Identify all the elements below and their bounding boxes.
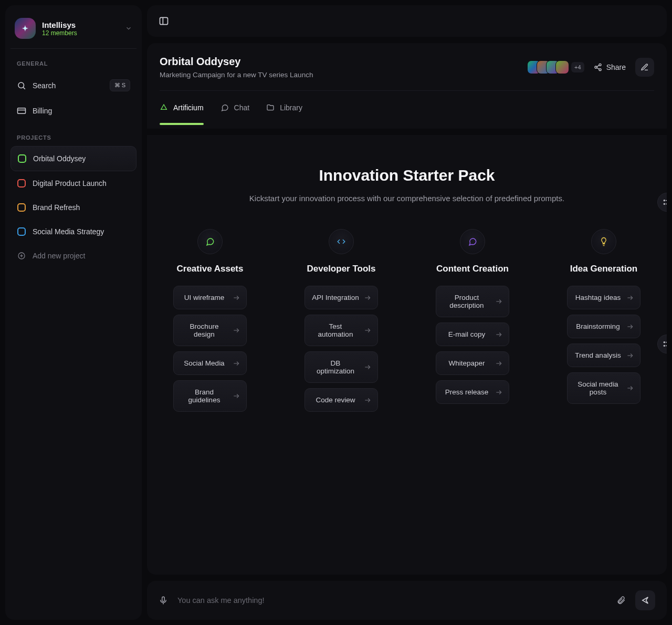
chip-label: Whitepaper: [443, 359, 491, 367]
arrow-right-icon: [233, 294, 240, 301]
arrow-right-icon: [364, 363, 371, 371]
svg-rect-7: [160, 17, 168, 24]
nav-search[interactable]: Search ⌘ S: [10, 72, 136, 99]
float-options-button[interactable]: [657, 193, 667, 212]
content-area: Innovation Starter Pack Kickstart your i…: [147, 135, 667, 575]
page-title: Orbital Oddysey: [160, 56, 313, 68]
arrow-right-icon: [364, 294, 371, 301]
arrow-right-icon: [626, 294, 634, 301]
project-color-icon: [17, 154, 27, 163]
chip-label: Hashtag ideas: [574, 294, 622, 301]
svg-point-0: [18, 82, 24, 88]
nav-billing-label: Billing: [33, 107, 52, 115]
prompt-chip[interactable]: Whitepaper: [436, 351, 509, 375]
svg-point-9: [599, 64, 601, 66]
add-project[interactable]: Add new project: [10, 244, 136, 268]
section-label-general: GENERAL: [10, 49, 136, 72]
prompt-column: Creative AssetsUI wireframeBrochure desi…: [158, 229, 262, 417]
prompt-chip[interactable]: Social media posts: [567, 372, 640, 404]
sidebar-project-item[interactable]: Digital Product Launch: [10, 171, 136, 195]
column-title: Content Creation: [436, 264, 509, 274]
plus-circle-icon: [17, 251, 26, 261]
tab-icon: [266, 103, 275, 112]
member-avatars[interactable]: +4: [531, 60, 584, 74]
sidebar-toggle-icon[interactable]: [159, 16, 169, 26]
tab-library[interactable]: Library: [266, 99, 302, 116]
card-icon: [17, 106, 26, 116]
share-button[interactable]: Share: [594, 63, 626, 71]
tab-label: Chat: [234, 103, 250, 112]
tab-chat[interactable]: Chat: [220, 99, 250, 116]
mic-icon[interactable]: [159, 596, 168, 605]
nav-search-label: Search: [33, 81, 56, 90]
column-title: Idea Generation: [570, 264, 637, 274]
share-label: Share: [606, 63, 626, 71]
sidebar-project-item[interactable]: Orbital Oddysey: [10, 146, 136, 171]
svg-rect-2: [18, 108, 26, 114]
workspace-avatar: ✦: [15, 18, 36, 39]
svg-point-14: [664, 200, 665, 201]
tab-label: Library: [280, 103, 302, 112]
workspace-members: 12 members: [42, 29, 77, 37]
hero-subtitle: Kickstart your innovation process with o…: [249, 194, 564, 203]
prompt-chip[interactable]: E-mail copy: [436, 322, 509, 346]
prompt-chip[interactable]: Hashtag ideas: [567, 286, 640, 309]
tab-icon: [220, 103, 229, 112]
prompt-chip[interactable]: Test automation: [304, 315, 378, 346]
prompt-chip[interactable]: Social Media: [173, 351, 247, 375]
chip-label: Product description: [443, 294, 491, 309]
prompt-column: Developer ToolsAPI IntegrationTest autom…: [289, 229, 394, 417]
chip-label: Brand guidelines: [180, 388, 228, 404]
svg-line-1: [23, 87, 25, 89]
chip-label: Brainstorming: [574, 322, 622, 330]
search-shortcut: ⌘ S: [110, 79, 130, 91]
prompt-chip[interactable]: Brand guidelines: [173, 380, 247, 412]
section-label-projects: PROJECTS: [10, 123, 136, 146]
svg-line-13: [596, 68, 599, 69]
column-icon: [460, 229, 485, 254]
svg-point-10: [595, 66, 597, 68]
nav-billing[interactable]: Billing: [10, 99, 136, 123]
arrow-right-icon: [364, 397, 371, 404]
prompt-chip[interactable]: Press release: [436, 380, 509, 404]
send-button[interactable]: [635, 590, 655, 610]
attachment-icon[interactable]: [616, 596, 626, 605]
chip-label: UI wireframe: [180, 294, 228, 301]
project-color-icon: [17, 203, 26, 212]
prompt-chip[interactable]: API Integration: [304, 286, 378, 309]
arrow-right-icon: [233, 392, 240, 400]
page-subtitle: Marketing Campaign for a new TV series L…: [160, 71, 313, 79]
chip-label: Code review: [311, 396, 360, 404]
hero-title: Innovation Starter Pack: [249, 166, 564, 184]
prompt-chip[interactable]: Brainstorming: [567, 315, 640, 338]
arrow-right-icon: [364, 327, 371, 334]
prompt-chip[interactable]: UI wireframe: [173, 286, 247, 309]
prompt-input[interactable]: [177, 596, 607, 605]
chip-label: E-mail copy: [443, 330, 491, 338]
sidebar-project-item[interactable]: Social Media Strategy: [10, 220, 136, 244]
project-label: Orbital Oddysey: [33, 154, 86, 163]
arrow-right-icon: [233, 327, 240, 334]
tab-artificium[interactable]: Artificium: [160, 99, 204, 116]
svg-point-16: [664, 203, 665, 204]
arrow-right-icon: [495, 360, 502, 367]
prompt-chip[interactable]: Trend analysis: [567, 343, 640, 367]
prompt-bar: [147, 581, 667, 620]
float-options-button[interactable]: [657, 335, 667, 353]
prompt-chip[interactable]: DB optimization: [304, 351, 378, 383]
prompt-chip[interactable]: Product description: [436, 286, 509, 317]
chip-label: DB optimization: [311, 359, 360, 375]
add-project-label: Add new project: [33, 252, 85, 260]
tab-icon: [160, 103, 168, 112]
workspace-switcher[interactable]: ✦ Intellisys 12 members: [10, 15, 136, 49]
panel-header: Orbital Oddysey Marketing Campaign for a…: [147, 43, 667, 129]
tab-label: Artificium: [173, 103, 204, 112]
sidebar-project-item[interactable]: Brand Refresh: [10, 195, 136, 220]
edit-button[interactable]: [635, 58, 654, 77]
prompt-chip[interactable]: Code review: [304, 388, 378, 412]
arrow-right-icon: [626, 352, 634, 359]
column-title: Creative Assets: [177, 264, 244, 274]
prompt-chip[interactable]: Brochure design: [173, 315, 247, 346]
svg-point-18: [664, 342, 665, 343]
project-label: Brand Refresh: [33, 203, 80, 212]
